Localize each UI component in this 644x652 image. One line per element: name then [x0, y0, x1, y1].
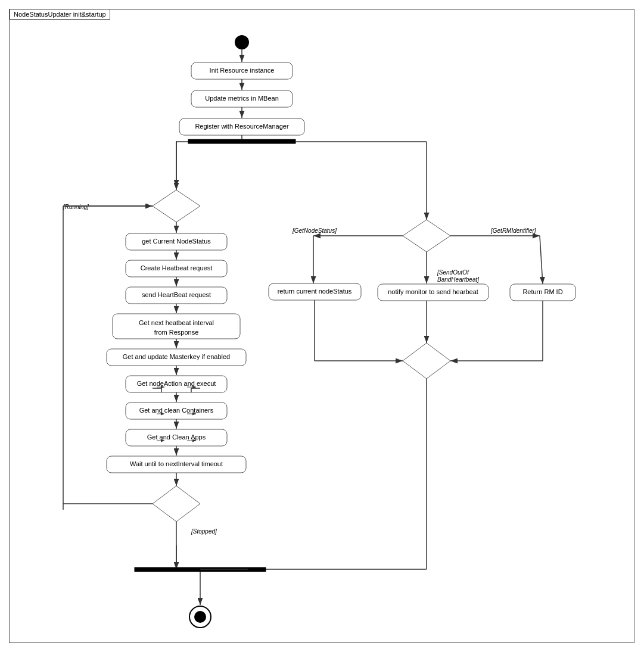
- diagram-container: NodeStatusUpdater init&startup Init Reso…: [0, 0, 644, 652]
- return-rmid-label: Return RM ID: [522, 288, 562, 295]
- decision-loop: [153, 190, 200, 222]
- create-heartbeat-label: Create Heatbeat request: [141, 264, 212, 272]
- register-rm-label: Register with ResourceManager: [195, 123, 288, 130]
- decision-stopped: [153, 486, 200, 522]
- decision-right: [403, 220, 450, 252]
- stopped-guard: [Stopped]: [191, 528, 217, 535]
- fork-bar: [188, 139, 295, 143]
- get-masterkey-label: Get and update Masterkey if enabled: [123, 353, 230, 360]
- sendoutofband-guard: [SendOutOf: [437, 269, 469, 276]
- get-interval-label1: Get next heatbeat interval: [139, 319, 214, 326]
- node-action-label: Get nodeAction and execut: [137, 380, 216, 387]
- final-state-inner: [194, 611, 206, 623]
- sendoutofband-guard2: BandHeartbeat]: [437, 276, 479, 283]
- running-guard: [Running]: [63, 204, 89, 210]
- getNodeStatus-guard: [GetNodeStatus]: [292, 227, 337, 234]
- notify-monitor-label: notify monitor to send hearbeat: [388, 288, 478, 295]
- send-heartbeat-label: send HeartBeat request: [142, 291, 211, 298]
- get-interval-label2: from Response: [154, 329, 199, 336]
- wait-timeout-label: Wait until to nextInterval timeout: [130, 460, 223, 467]
- getrmidentifier-guard: [GetRMIdentifier]: [490, 227, 536, 234]
- get-nodestatus-label: get Current NodeStatus: [142, 238, 211, 245]
- update-metrics-label: Update metrics in MBean: [205, 95, 279, 102]
- init-resource-label: Init Resource instance: [210, 67, 275, 74]
- diagram-svg: Init Resource instance Update metrics in…: [10, 10, 635, 644]
- diagram-frame: NodeStatusUpdater init&startup Init Reso…: [9, 9, 634, 643]
- return-nodestatus-label: return current nodeStatus: [278, 288, 352, 295]
- arrow-getrmid-return: [540, 236, 543, 284]
- merge-right: [403, 343, 450, 379]
- initial-state: [235, 35, 249, 49]
- get-apps-label: Get and Clean Apps: [147, 433, 206, 441]
- get-containers-label: Get and clean Containers: [139, 407, 214, 414]
